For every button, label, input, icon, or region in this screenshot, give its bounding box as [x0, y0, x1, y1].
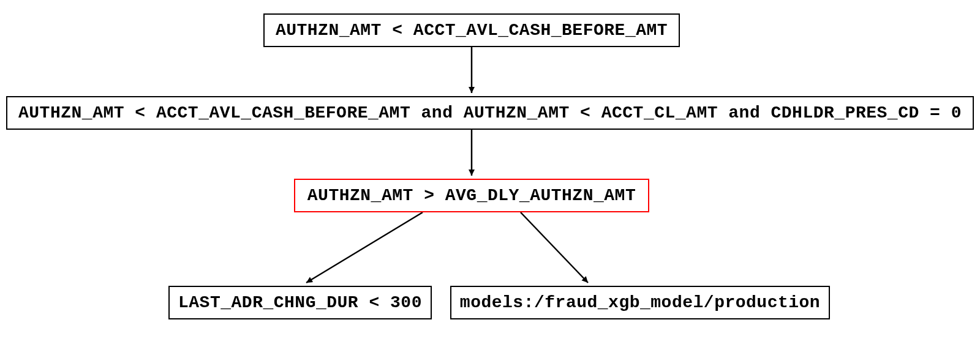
node-rule2-label: AUTHZN_AMT < ACCT_AVL_CASH_BEFORE_AMT an… [18, 103, 962, 122]
edge-rule3-to-leafR [521, 212, 588, 283]
decision-tree-diagram: AUTHZN_AMT < ACCT_AVL_CASH_BEFORE_AMT AU… [0, 0, 980, 358]
node-rule3-highlighted: AUTHZN_AMT > AVG_DLY_AUTHZN_AMT [294, 179, 649, 212]
edge-rule3-to-leafL [306, 212, 423, 283]
node-leaf-left-label: LAST_ADR_CHNG_DUR < 300 [178, 293, 422, 312]
node-leaf-right: models:/fraud_xgb_model/production [450, 286, 830, 319]
node-leaf-left: LAST_ADR_CHNG_DUR < 300 [168, 286, 432, 319]
node-leaf-right-label: models:/fraud_xgb_model/production [460, 293, 820, 312]
node-rule2: AUTHZN_AMT < ACCT_AVL_CASH_BEFORE_AMT an… [6, 96, 974, 130]
node-root: AUTHZN_AMT < ACCT_AVL_CASH_BEFORE_AMT [263, 13, 680, 47]
node-root-label: AUTHZN_AMT < ACCT_AVL_CASH_BEFORE_AMT [276, 21, 668, 40]
node-rule3-label: AUTHZN_AMT > AVG_DLY_AUTHZN_AMT [307, 186, 636, 205]
